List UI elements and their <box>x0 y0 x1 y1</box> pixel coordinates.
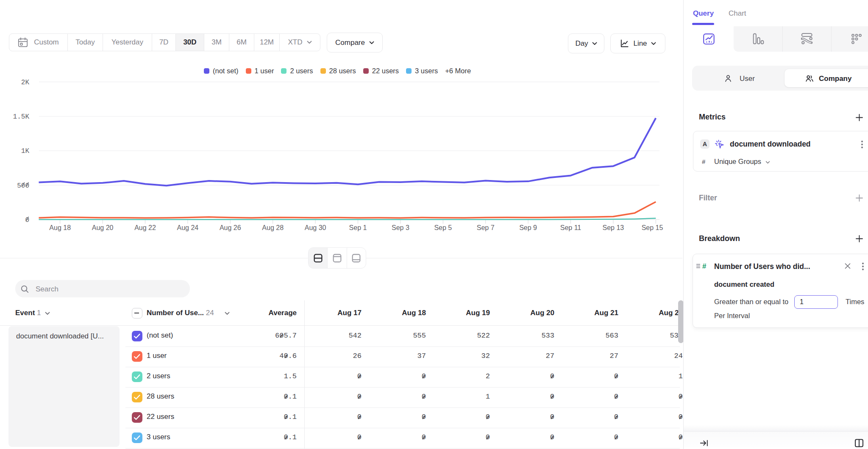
svg-text:Sep 1: Sep 1 <box>349 224 367 231</box>
svg-text:Sep 5: Sep 5 <box>434 224 452 231</box>
svg-text:Sep 7: Sep 7 <box>477 224 495 231</box>
svg-text:1.5K: 1.5K <box>13 113 30 121</box>
svg-text:Aug 28: Aug 28 <box>262 224 284 231</box>
svg-text:Aug 26: Aug 26 <box>220 224 241 231</box>
svg-text:Aug 30: Aug 30 <box>305 224 326 231</box>
svg-text:Aug 22: Aug 22 <box>134 224 156 231</box>
svg-text:Aug 20: Aug 20 <box>92 224 114 231</box>
svg-text:Sep 15: Sep 15 <box>642 224 663 231</box>
svg-text:2K: 2K <box>21 79 30 86</box>
svg-text:Sep 3: Sep 3 <box>392 224 409 231</box>
svg-text:0: 0 <box>25 216 29 224</box>
svg-text:Sep 13: Sep 13 <box>603 224 624 231</box>
svg-text:Aug 24: Aug 24 <box>177 224 199 231</box>
svg-text:Sep 11: Sep 11 <box>560 224 581 231</box>
svg-text:1K: 1K <box>21 147 30 155</box>
svg-text:Sep 9: Sep 9 <box>519 224 537 231</box>
svg-text:Aug 18: Aug 18 <box>49 224 71 231</box>
svg-text:500: 500 <box>17 182 29 190</box>
